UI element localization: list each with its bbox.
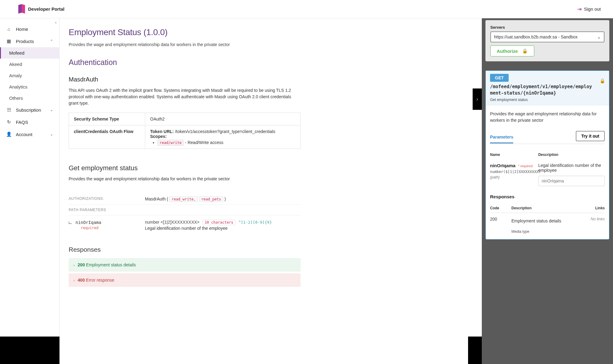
path-params-label: PATH PARAMETERS	[69, 205, 301, 215]
page-title: Employment Status (1.0.0)	[69, 27, 463, 37]
authentication-heading: Authentication	[69, 58, 463, 67]
swagger-op-description: Provides the wage and employment relatio…	[490, 111, 605, 124]
scheme-type-label: Security Scheme Type	[69, 113, 145, 125]
swagger-responses-heading: Responses	[490, 194, 605, 199]
authorizations-label: AUTHORIZATIONS:	[69, 196, 145, 201]
server-selected-value: https://uat.sandbox.b2b.masdr.sa - Sandb…	[494, 34, 578, 39]
overlay-bottom-right	[468, 337, 482, 364]
page-description: Provides the wage and employment relatio…	[69, 42, 463, 47]
response-code: 400	[78, 278, 85, 283]
box-icon: ☷	[6, 107, 12, 113]
auth-scheme-name: MasdrAuth	[69, 76, 463, 83]
param-input-ninoriiqama[interactable]	[538, 176, 605, 186]
sidebar-sub-analytics[interactable]: Analytics	[0, 81, 59, 92]
col-name: Name	[490, 153, 538, 157]
param-pattern: ^[1-2][0-9]{9}	[238, 220, 272, 225]
swagger-param-name: ninOrIqama	[490, 163, 515, 168]
response-text: Error response	[86, 278, 114, 283]
http-method-badge: GET	[490, 74, 509, 82]
col-description: Description	[511, 206, 583, 210]
authorizations-row: AUTHORIZATIONS: MasdrAuth ( read_write, …	[69, 193, 301, 205]
chevron-right-icon: ›	[74, 263, 75, 267]
sidebar: ‹ ⌂ Home ▦ Products ⌃ Mofeed Akeed Amaly…	[0, 18, 59, 364]
endpoint-path: /mofeed/employment/v1/employee/employmen…	[490, 84, 593, 96]
user-icon: 👤	[6, 132, 12, 137]
nav-label: Home	[16, 27, 28, 32]
chevron-right-icon: ›	[74, 279, 75, 282]
auth-scope-2: read_pets	[199, 196, 223, 202]
media-type-label: Media type	[511, 229, 583, 234]
main-content: Employment Status (1.0.0) Provides the w…	[59, 18, 482, 364]
swagger-param-row: ninOrIqama * required number($[1|2]XXXXX…	[490, 160, 605, 189]
param-required: required	[81, 226, 145, 230]
grid-icon: ▦	[6, 38, 12, 44]
response-code: 200	[78, 262, 85, 267]
swagger-param-type: number($[1|2]XXXXXXXXX)	[490, 170, 538, 174]
response-400[interactable]: › 400 Error response	[69, 273, 301, 287]
sidebar-item-faqs[interactable]: ↻ FAQS	[0, 116, 59, 128]
nav-label: Account	[16, 132, 32, 137]
operation-title: Get employment status	[69, 164, 463, 172]
auth-table: Security Scheme Type OAuth2 clientCreden…	[69, 113, 301, 149]
sidebar-sub-others[interactable]: Others	[0, 92, 59, 104]
param-name: ninOrIqama	[75, 220, 101, 225]
sign-out-button[interactable]: ⇥ Sign out	[577, 6, 601, 13]
chevron-down-icon: ⌄	[50, 132, 53, 136]
servers-label: Servers	[490, 25, 604, 30]
swagger-param-required: * required	[518, 164, 533, 168]
refresh-icon: ↻	[6, 119, 12, 125]
logo-icon	[18, 4, 25, 14]
sidebar-item-subscription[interactable]: ☷ Subscription ⌄	[0, 104, 59, 116]
home-icon: ⌂	[6, 26, 12, 32]
authorize-button[interactable]: Authorize 🔒	[490, 45, 534, 56]
lock-icon: 🔒	[522, 48, 528, 54]
brand-name: Developer Portal	[28, 6, 64, 12]
auth-method: MasdrAuth	[145, 196, 166, 201]
chevron-down-icon: ⌄	[597, 34, 601, 39]
token-url-label: Token URL:	[150, 129, 174, 134]
server-select[interactable]: https://uat.sandbox.b2b.masdr.sa - Sandb…	[490, 31, 604, 42]
col-code: Code	[490, 206, 511, 210]
tab-parameters[interactable]: Parameters	[490, 132, 513, 143]
param-row-ninoriiqama: ninOrIqama required number <[1|2]XXXXXXX…	[69, 215, 301, 237]
brand-logo[interactable]: Developer Portal	[18, 4, 64, 14]
col-links: Links	[583, 206, 605, 210]
chevron-up-icon: ⌃	[50, 39, 53, 43]
responses-heading: Responses	[69, 246, 463, 253]
responses-table-header: Code Description Links	[490, 204, 605, 213]
scopes-label: Scopes:	[150, 134, 167, 139]
chevron-down-icon: ⌄	[50, 108, 53, 112]
sidebar-sub-akeed[interactable]: Akeed	[0, 59, 59, 70]
swagger-op-header[interactable]: GET /mofeed/employment/v1/employee/emplo…	[486, 71, 609, 105]
swagger-param-desc: Legal identification number of the emplo…	[538, 163, 605, 173]
param-type: number <[1|2]XXXXXXXXX>	[145, 220, 200, 225]
sidebar-item-products[interactable]: ▦ Products ⌃	[0, 35, 59, 47]
sidebar-sub-mofeed[interactable]: Mofeed	[0, 47, 59, 59]
swagger-operation: GET /mofeed/employment/v1/employee/emplo…	[485, 70, 609, 240]
param-description: Legal identification number of the emplo…	[145, 226, 272, 231]
oauth-flow-label: clientCredentials OAuth Flow	[69, 125, 145, 149]
resp-links-value: No links	[583, 217, 605, 234]
scope-code: read/write	[157, 140, 184, 146]
scheme-type-value: OAuth2	[145, 113, 301, 125]
param-tree-icon	[69, 222, 72, 224]
response-200[interactable]: › 200 Employment status details	[69, 258, 301, 272]
swagger-response-200: 200 Employment status details Media type…	[490, 213, 605, 234]
try-it-out-button[interactable]: Try it out	[576, 131, 605, 141]
sign-out-label: Sign out	[584, 6, 601, 12]
nav-label: FAQS	[16, 120, 28, 125]
resp-desc-value: Employment status details	[511, 218, 583, 223]
sidebar-sub-amaly[interactable]: Amaly	[0, 70, 59, 81]
sidebar-item-home[interactable]: ⌂ Home	[0, 23, 59, 35]
lock-icon[interactable]: 🔒	[600, 78, 605, 84]
op-summary: Get employment status	[490, 98, 605, 102]
panel-toggle-button[interactable]: ›	[473, 88, 482, 110]
sidebar-item-account[interactable]: 👤 Account ⌄	[0, 128, 59, 140]
operation-description: Provides the wage and employment relatio…	[69, 176, 463, 181]
param-length: 10 characters	[203, 220, 236, 225]
col-description: Description	[538, 153, 558, 157]
collapse-sidebar-button[interactable]: ‹	[52, 19, 59, 26]
resp-code-value: 200	[490, 217, 511, 234]
nav-label: Products	[16, 39, 34, 44]
scope-description: - Read/Write access	[185, 140, 223, 145]
